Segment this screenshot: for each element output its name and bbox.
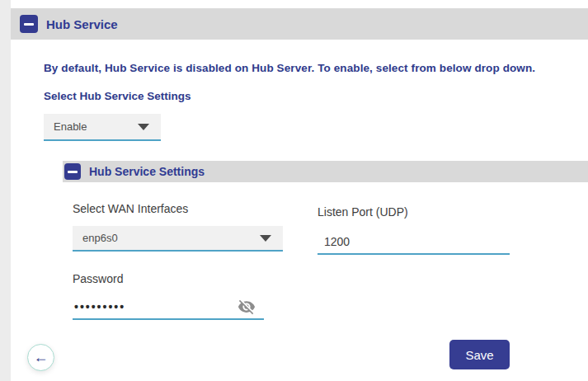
arrow-left-icon: ←: [34, 350, 49, 365]
hub-service-description: By default, Hub Service is disabled on H…: [44, 62, 572, 74]
password-input[interactable]: [73, 300, 237, 313]
collapse-minus-icon[interactable]: [64, 163, 81, 180]
listen-port-label: Listen Port (UDP): [318, 205, 408, 219]
hub-service-enable-dropdown[interactable]: Enable: [44, 114, 161, 141]
wan-interfaces-dropdown[interactable]: enp6s0: [73, 226, 283, 252]
panel-title: Hub Service: [46, 17, 118, 31]
hub-service-header: Hub Service: [11, 8, 588, 40]
save-button[interactable]: Save: [449, 340, 510, 369]
back-button[interactable]: ←: [27, 344, 54, 371]
hub-service-panel: Hub Service By default, Hub Service is d…: [11, 0, 588, 381]
service-select-label: Select Hub Service Settings: [44, 90, 191, 102]
hub-service-enable-value: Enable: [44, 120, 138, 133]
wan-interfaces-value: enp6s0: [73, 232, 260, 244]
listen-port-input[interactable]: [318, 235, 510, 248]
password-field: [73, 294, 264, 320]
settings-title: Hub Service Settings: [89, 165, 205, 178]
eye-off-icon: [238, 298, 256, 316]
wan-interfaces-label: Select WAN Interfaces: [73, 202, 188, 215]
chevron-down-icon: [138, 124, 149, 130]
listen-port-field: [318, 229, 510, 255]
collapse-minus-icon[interactable]: [20, 15, 38, 33]
hub-service-settings-header: Hub Service Settings: [63, 161, 588, 182]
toggle-password-button[interactable]: [237, 298, 256, 316]
chevron-down-icon: [260, 235, 271, 242]
password-label: Password: [73, 272, 123, 285]
